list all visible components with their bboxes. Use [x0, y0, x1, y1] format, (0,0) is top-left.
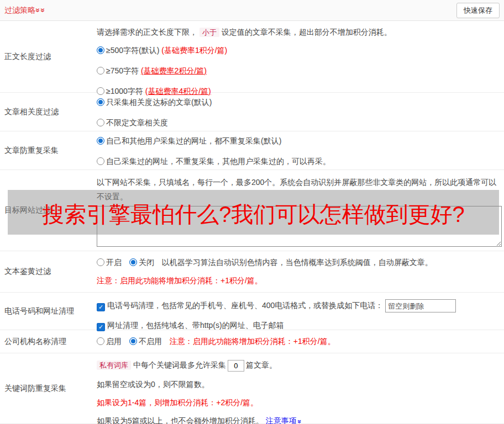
- row-label-porn-filter: 文本鉴黄过滤: [0, 251, 97, 292]
- less-than-badge: 小于: [200, 28, 219, 37]
- row-company-clean: 公司机构名称清理 启用 不启用 注意：启用此功能将增加积分消耗：+1积分/篇。: [0, 330, 504, 353]
- keyword-dedup-note-unlimited: 如果留空或设为0，则不限篇数。: [97, 380, 502, 390]
- radio-option-company-on[interactable]: 启用: [97, 337, 122, 347]
- radio-icon[interactable]: [97, 119, 104, 126]
- radio-option-company-off[interactable]: 不启用: [129, 337, 162, 347]
- chevron-double-down-icon: »: [296, 420, 303, 423]
- checkbox-label: 电话号码清理，包括常见的手机号、座机号、400电话格式，或替换成如下电话：: [107, 301, 383, 310]
- option-label: 自己采集过的网址，不重复采集，其他用户采集过的，可以再采。: [106, 157, 330, 166]
- note-text: 如果设为5篇或以上，也不会额外增加积分消耗。: [97, 416, 266, 424]
- radio-option-porn-off[interactable]: 关闭: [129, 258, 154, 268]
- option-label: 开启: [106, 258, 122, 267]
- porn-filter-options: 开启 关闭 以机器学习算法自动识别色情内容，当色情概率达到系统阈值，自动屏蔽文章…: [97, 258, 502, 268]
- row-label-keyword-dedup: 关键词防重复采集: [0, 353, 97, 423]
- row-length-filter: 正文长度过滤 请选择需求的正文长度下限， 小于 设定值的文章不采集，超出部分不增…: [0, 21, 504, 93]
- row-keyword-dedup: 关键词防重复采集 私有词库 中每个关键词最多允许采集篇文章。 如果留空或设为0，…: [0, 353, 504, 424]
- option-label: ≥500字符(默认): [106, 46, 161, 55]
- row-label-relevance-filter: 文章相关度过滤: [0, 93, 97, 131]
- promo-overlay-banner: 搜索引擎最怕什么?我们可以怎样做到更好?: [8, 190, 499, 235]
- option-label: 不启用: [139, 337, 162, 346]
- row-label-phone-url-clean: 电话号码和网址清理: [0, 293, 97, 330]
- radio-icon[interactable]: [97, 67, 104, 75]
- company-clean-options: 启用 不启用 注意：启用此功能将增加积分消耗：+1积分/篇。: [97, 337, 502, 347]
- private-lexicon-badge: 私有词库: [97, 361, 131, 370]
- option-label: 启用: [106, 337, 122, 346]
- page-title: 过滤策略: [4, 6, 35, 14]
- option-label: ≥750字符: [106, 66, 141, 75]
- company-clean-cost-note: 注意：启用此功能将增加积分消耗：+1积分/篇。: [170, 337, 335, 346]
- limit-text: 中每个关键词最多允许采集: [133, 361, 226, 369]
- porn-filter-desc: 以机器学习算法自动识别色情内容，当色情概率达到系统阈值，自动屏蔽文章。: [162, 258, 433, 267]
- checkbox-icon[interactable]: ✓: [97, 303, 105, 311]
- radio-icon[interactable]: [97, 98, 104, 106]
- checkbox-label: 网址清理，包括纯域名、带http(s)的网址、电子邮箱: [107, 321, 284, 330]
- radio-icon[interactable]: [97, 157, 104, 165]
- keyword-dedup-cost-note: 如果设为1-4篇，则增加积分消耗：+2积分/篇。: [97, 398, 502, 408]
- quick-save-button[interactable]: 快速保存: [456, 3, 500, 18]
- max-articles-input[interactable]: [228, 360, 244, 372]
- keyword-dedup-limit-line: 私有词库 中每个关键词最多允许采集篇文章。: [97, 360, 502, 372]
- length-filter-intro: 请选择需求的正文长度下限， 小于 设定值的文章不采集，超出部分不增加积分消耗。: [97, 28, 502, 38]
- keyword-dedup-note-five-plus: 如果设为5篇或以上，也不会额外增加积分消耗。 注意事项»: [97, 416, 502, 424]
- radio-option-750-chars[interactable]: ≥750字符 (基础费率2积分/篇): [97, 66, 502, 76]
- notice-link[interactable]: 注意事项»: [266, 416, 301, 424]
- limit-text-end: 篇文章。: [246, 361, 277, 369]
- porn-filter-cost-note: 注意：启用此功能将增加积分消耗：+1积分/篇。: [97, 276, 502, 286]
- row-dedup-filter: 文章防重复采集 自己和其他用户采集过的网址，都不重复采集(默认) 自己采集过的网…: [0, 131, 504, 170]
- row-label-length-filter: 正文长度过滤: [0, 21, 97, 92]
- row-label-company-clean: 公司机构名称清理: [0, 330, 97, 353]
- radio-option-500-chars[interactable]: ≥500字符(默认) (基础费率1积分/篇): [97, 46, 502, 56]
- promo-overlay-text: 搜索引擎最怕什么?我们可以怎样做到更好?: [42, 200, 465, 225]
- row-phone-url-clean: 电话号码和网址清理 ✓电话号码清理，包括常见的手机号、座机号、400电话格式，或…: [0, 293, 504, 330]
- radio-icon[interactable]: [97, 46, 104, 54]
- radio-icon[interactable]: [129, 337, 137, 345]
- radio-option-dedup-all-users[interactable]: 自己和其他用户采集过的网址，都不重复采集(默认): [97, 136, 502, 146]
- radio-option-relevance-any[interactable]: 不限定文章相关度: [97, 118, 502, 128]
- phone-clean-option[interactable]: ✓电话号码清理，包括常见的手机号、座机号、400电话格式，或替换成如下电话：: [97, 299, 502, 312]
- option-label: 自己和其他用户采集过的网址，都不重复采集(默认): [106, 136, 281, 145]
- radio-option-porn-on[interactable]: 开启: [97, 258, 122, 268]
- chevron-double-down-icon: »: [39, 8, 48, 12]
- option-label: 关闭: [139, 258, 154, 267]
- row-porn-filter: 文本鉴黄过滤 开启 关闭 以机器学习算法自动识别色情内容，当色情概率达到系统阈值…: [0, 251, 504, 293]
- option-cost-note: (基础费率2积分/篇): [141, 66, 207, 75]
- radio-option-dedup-self-only[interactable]: 自己采集过的网址，不重复采集，其他用户采集过的，可以再采。: [97, 157, 502, 167]
- row-relevance-filter: 文章相关度过滤 只采集相关度达标的文章(默认) 不限定文章相关度: [0, 93, 504, 131]
- option-label: 不限定文章相关度: [106, 118, 168, 127]
- notice-link-label: 注意事项: [266, 416, 297, 424]
- radio-option-relevance-only[interactable]: 只采集相关度达标的文章(默认): [97, 98, 502, 108]
- filter-strategy-title[interactable]: 过滤策略»»: [4, 6, 45, 15]
- toolbar: 过滤策略»» 快速保存: [0, 0, 504, 21]
- intro-text: 设定值的文章不采集，超出部分不增加积分消耗。: [222, 28, 392, 36]
- radio-icon[interactable]: [129, 258, 137, 266]
- replacement-phone-input[interactable]: [385, 299, 456, 312]
- radio-icon[interactable]: [97, 137, 104, 145]
- radio-icon[interactable]: [97, 337, 104, 345]
- option-cost-note: (基础费率1积分/篇): [161, 46, 227, 55]
- option-label: 只采集相关度达标的文章(默认): [106, 98, 212, 107]
- intro-text: 请选择需求的正文长度下限，: [97, 28, 197, 36]
- row-label-dedup-filter: 文章防重复采集: [0, 131, 97, 169]
- radio-icon[interactable]: [97, 258, 104, 266]
